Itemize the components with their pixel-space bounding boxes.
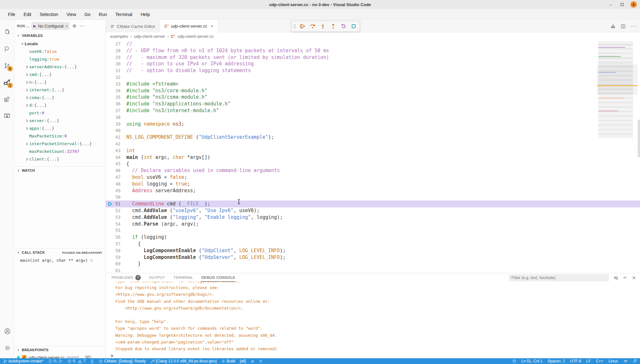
- code-line-47[interactable]: 47 bool useV6 = false;: [106, 174, 640, 181]
- status-target[interactable]: [all]: [240, 359, 246, 363]
- breakpoint-gutter[interactable]: [106, 74, 114, 81]
- more-actions-icon[interactable]: ···: [79, 23, 84, 29]
- variable-row-apps[interactable]: ❯apps: {...}: [14, 124, 105, 132]
- code-line-35[interactable]: 35#include "ns3/csma-module.h": [106, 94, 640, 101]
- breakpoint-gutter[interactable]: [106, 267, 114, 273]
- breakpoint-gutter[interactable]: [106, 127, 114, 134]
- status-branch[interactable]: buildsystem-cmake*: [3, 359, 44, 363]
- menu-item-file[interactable]: File: [4, 11, 19, 18]
- tab-problems[interactable]: PROBLEMS 7: [112, 273, 141, 282]
- continue-button[interactable]: [299, 22, 306, 30]
- breakpoint-gutter[interactable]: [106, 147, 114, 154]
- minimap-viewport[interactable]: [597, 64, 637, 95]
- code-line-58[interactable]: 58 LogComponentEnable ("UdpClient", LOG_…: [106, 247, 640, 254]
- call-stack-header[interactable]: ∨ CALL STACK PAUSED ON BREAKPOINT: [14, 249, 105, 256]
- code-line-53[interactable]: 53 cmd.AddValue ("logging", "Enable logg…: [106, 214, 640, 221]
- variable-row-MaxPacketSize[interactable]: MaxPacketSize: 0: [14, 132, 105, 140]
- code-line-45[interactable]: 45{: [106, 161, 640, 167]
- split-editor-icon[interactable]: [621, 24, 626, 29]
- locals-scope[interactable]: ∨ Locals: [14, 40, 105, 47]
- extensions-icon[interactable]: [0, 91, 14, 107]
- code-line-41[interactable]: 41NS_LOG_COMPONENT_DEFINE ("UdpClientSer…: [106, 134, 640, 141]
- breadcrumb-udp-client-server[interactable]: udp-client-server: [134, 34, 165, 39]
- debug-config-dropdown[interactable]: ▶ No Configural ∨: [31, 22, 70, 30]
- tab-cmake-cache-editor[interactable]: CMake Cache Editor: [106, 20, 160, 32]
- variable-row-logging[interactable]: logging: true: [14, 55, 105, 63]
- code-line-44[interactable]: 44main (int argc, char *argv[]): [106, 154, 640, 161]
- code-line-27[interactable]: 27//: [106, 41, 640, 47]
- breakpoint-checkbox[interactable]: ✓: [22, 355, 27, 359]
- console-filter-input[interactable]: [509, 274, 609, 281]
- code-line-34[interactable]: 34#include "ns3/core-module.h": [106, 87, 640, 94]
- close-panel-icon[interactable]: [632, 276, 636, 280]
- breakpoint-gutter[interactable]: [106, 254, 114, 261]
- code-line-56[interactable]: 56 if (logging): [106, 234, 640, 241]
- breakpoint-gutter[interactable]: [106, 94, 114, 101]
- variable-row-cmd[interactable]: ❯cmd: {...}: [14, 70, 105, 78]
- console-prompt[interactable]: >: [106, 352, 640, 358]
- variable-row-port[interactable]: port: 0: [14, 109, 105, 117]
- variable-row-client[interactable]: ❯client: {...}: [14, 155, 105, 163]
- status-build[interactable]: Build: [221, 359, 235, 363]
- code-line-31[interactable]: 31// - option to disable logging stateme…: [106, 67, 640, 74]
- close-tab-icon[interactable]: ×: [211, 24, 213, 29]
- close-button[interactable]: x: [630, 1, 637, 8]
- breakpoint-gutter[interactable]: [106, 121, 114, 128]
- explorer-icon[interactable]: [0, 24, 14, 41]
- run-code-icon[interactable]: [611, 24, 616, 29]
- breakpoint-gutter[interactable]: [106, 114, 114, 121]
- breakpoint-gutter[interactable]: [106, 207, 114, 214]
- status-kit[interactable]: [Clang 12.0.0 x86_64-pc-linux-gnu]: [150, 359, 217, 363]
- breakpoint-gutter[interactable]: [106, 247, 114, 254]
- code-line-51[interactable]: 51 CommandLine cmd (__FILE__);: [106, 201, 640, 207]
- menu-item-view[interactable]: View: [63, 11, 80, 18]
- variable-row-serverAddress[interactable]: ❯serverAddress: {...}: [14, 63, 105, 70]
- menu-item-edit[interactable]: Edit: [20, 11, 35, 18]
- code-line-29[interactable]: 29// - maximum of 320 packets sent (or l…: [106, 54, 640, 61]
- status-debug-target[interactable]: [250, 359, 255, 363]
- minimap[interactable]: [597, 41, 637, 138]
- breakpoint-gutter[interactable]: [106, 174, 114, 181]
- variable-row-csma[interactable]: ❯csma: {...}: [14, 94, 105, 101]
- status-eol[interactable]: LF: [586, 359, 591, 363]
- more-actions-icon[interactable]: ···: [631, 23, 637, 29]
- breakpoint-gutter[interactable]: [106, 54, 114, 61]
- code-line-39[interactable]: 39using namespace ns3;: [106, 121, 640, 128]
- breakpoint-gutter[interactable]: [106, 47, 114, 54]
- step-out-button[interactable]: [329, 22, 337, 30]
- variable-row-d[interactable]: ❯d: {...}: [14, 101, 105, 109]
- breakpoint-row[interactable]: ✓ udp-client-server.cc exampl... 51: [14, 354, 105, 358]
- breakpoint-gutter[interactable]: [106, 241, 114, 247]
- breakpoint-gutter[interactable]: [106, 181, 114, 187]
- menu-item-terminal[interactable]: Terminal: [112, 11, 136, 18]
- account-icon[interactable]: [0, 323, 14, 340]
- breakpoint-gutter[interactable]: [106, 67, 114, 74]
- code-line-30[interactable]: 30// - option to use IPv4 or IPv6 addres…: [106, 61, 640, 67]
- test-panel-icon[interactable]: [0, 107, 14, 124]
- breakpoint-gutter[interactable]: [106, 227, 114, 234]
- menu-item-go[interactable]: Go: [81, 11, 94, 18]
- status-line-col[interactable]: Ln 51, Col 1: [521, 359, 543, 363]
- variable-row-useV6[interactable]: useV6: false: [14, 47, 105, 55]
- breakpoint-gutter[interactable]: [106, 187, 114, 194]
- code-line-46[interactable]: 46 // Declare variables used in command-…: [106, 167, 640, 174]
- breakpoint-gutter[interactable]: [106, 221, 114, 228]
- step-into-button[interactable]: [319, 22, 327, 30]
- breakpoint-gutter[interactable]: [106, 107, 114, 114]
- code-line-32[interactable]: 32: [106, 74, 640, 81]
- code-line-37[interactable]: 37#include "ns3/internet-module.h": [106, 107, 640, 114]
- code-line-49[interactable]: 49 Address serverAddress;: [106, 187, 640, 194]
- status-launch[interactable]: [259, 359, 263, 363]
- breakpoint-gutter[interactable]: [106, 161, 114, 167]
- status-remote[interactable]: [512, 359, 516, 363]
- maximize-panel-icon[interactable]: [623, 276, 627, 280]
- code-line-55[interactable]: 55: [106, 227, 640, 234]
- menu-item-help[interactable]: Help: [137, 11, 154, 18]
- code-line-40[interactable]: 40: [106, 127, 640, 134]
- code-line-54[interactable]: 54 cmd.Parse (argc, argv);: [106, 221, 640, 228]
- status-os[interactable]: Linux: [609, 359, 618, 363]
- breakpoint-gutter[interactable]: [106, 234, 114, 241]
- breadcrumb-examples[interactable]: examples: [110, 34, 128, 39]
- code-editor[interactable]: 27//28// - UDP flow from n0 to n1 of 102…: [106, 40, 640, 273]
- restore-button[interactable]: [619, 1, 625, 8]
